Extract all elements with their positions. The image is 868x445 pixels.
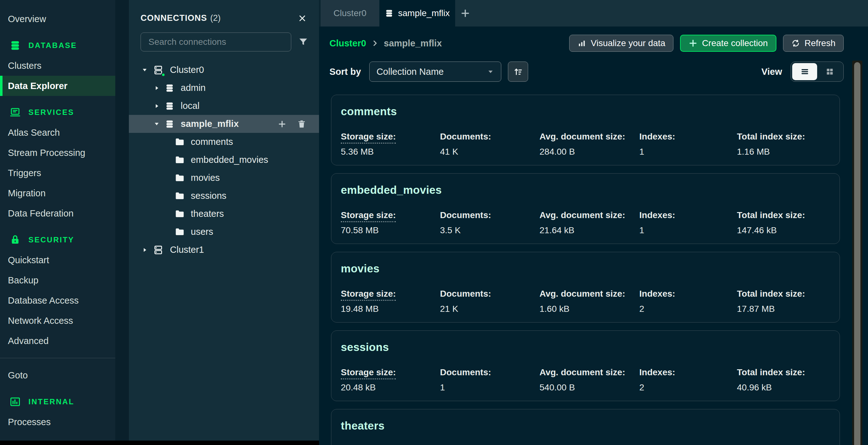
sidebar-item-label: Atlas Search <box>8 128 60 138</box>
header-buttons: Visualize your data Create collection Re… <box>569 35 844 52</box>
sidebar-item-stream-processing[interactable]: Stream Processing <box>0 143 115 163</box>
connections-count: (2) <box>210 13 221 23</box>
collection-card-embedded-movies[interactable]: embedded_movies Storage size: 70.58 MB D… <box>331 173 840 244</box>
filter-icon[interactable] <box>298 37 308 47</box>
tree-item-label: movies <box>191 173 220 183</box>
list-view-button[interactable] <box>792 63 817 80</box>
database-icon <box>165 101 174 111</box>
stat-label: Total index size: <box>737 210 830 220</box>
bar-chart-icon <box>578 39 586 48</box>
tab-sample-mflix[interactable]: sample_mflix <box>379 0 455 27</box>
stat-value: 19.48 MB <box>341 304 440 314</box>
sidebar-panel-gap <box>115 0 129 441</box>
stat-label: Indexes: <box>639 132 737 142</box>
sidebar-item-network-access[interactable]: Network Access <box>0 311 115 331</box>
tree-item-users[interactable]: users <box>129 223 319 241</box>
sidebar-item-migration[interactable]: Migration <box>0 183 115 203</box>
stat-label: Total index size: <box>737 289 830 299</box>
window-bottom-strip <box>0 441 319 445</box>
workspace-tabbar: Cluster0 sample_mflix <box>319 0 868 27</box>
stat-avg-doc-size: Avg. document size: 21.64 kB <box>539 210 639 235</box>
tree-item-cluster1[interactable]: Cluster1 <box>129 241 319 259</box>
stat-documents: Documents: 3.5 K <box>440 210 539 235</box>
tree-item-theaters[interactable]: theaters <box>129 205 319 223</box>
button-label: Create collection <box>702 38 768 48</box>
sidebar-item-backup[interactable]: Backup <box>0 270 115 290</box>
stat-label: Storage size: <box>341 367 396 379</box>
collection-card-movies[interactable]: movies Storage size: 19.48 MB Documents:… <box>331 252 840 322</box>
sidebar-item-label: Goto <box>8 370 28 381</box>
create-collection-icon[interactable] <box>277 119 287 129</box>
stat-value: 284.00 B <box>539 147 639 157</box>
sidebar-item-label: Backup <box>8 275 38 286</box>
refresh-button[interactable]: Refresh <box>783 35 844 52</box>
sidebar-item-goto[interactable]: Goto <box>0 365 115 385</box>
stat-storage: Storage size: 20.48 kB <box>341 367 440 392</box>
sidebar-item-label: Overview <box>8 14 46 24</box>
stat-value: 1.60 kB <box>539 304 639 314</box>
scrollbar-thumb[interactable] <box>854 62 861 445</box>
cluster-icon <box>153 65 164 75</box>
sidebar-item-label: Stream Processing <box>8 148 85 158</box>
trash-icon[interactable] <box>297 119 306 129</box>
stat-value: 2 <box>639 382 737 392</box>
caret-down-icon[interactable] <box>154 121 160 127</box>
database-icon <box>385 9 394 18</box>
caret-right-icon[interactable] <box>154 103 160 109</box>
folder-icon <box>175 192 184 200</box>
tree-item-sessions[interactable]: sessions <box>129 187 319 205</box>
stat-label: Avg. document size: <box>539 210 639 220</box>
close-icon[interactable] <box>298 13 307 23</box>
search-connections-input[interactable] <box>141 33 291 52</box>
tree-item-comments[interactable]: comments <box>129 133 319 151</box>
sidebar-item-overview[interactable]: Overview <box>0 9 115 29</box>
sidebar-item-processes[interactable]: Processes <box>0 412 115 432</box>
services-icon <box>9 107 21 118</box>
sidebar-divider <box>0 358 115 358</box>
sidebar-item-data-explorer[interactable]: Data Explorer <box>0 76 115 96</box>
collection-card-comments[interactable]: comments Storage size: 5.36 MB Documents… <box>331 95 840 165</box>
collections-toolbar: Sort by Collection Name View <box>330 62 844 82</box>
sort-direction-button[interactable] <box>508 62 528 82</box>
view-segmented-control <box>790 62 844 82</box>
tree-item-movies[interactable]: movies <box>129 169 319 187</box>
sidebar-item-data-federation[interactable]: Data Federation <box>0 203 115 224</box>
tree-item-label: admin <box>181 83 206 93</box>
stat-value: 40.96 kB <box>737 382 830 392</box>
breadcrumb-database: sample_mflix <box>384 38 442 48</box>
visualize-data-button[interactable]: Visualize your data <box>569 35 674 52</box>
caret-right-icon[interactable] <box>142 247 148 253</box>
sidebar-item-advanced[interactable]: Advanced <box>0 331 115 351</box>
tree-item-local[interactable]: local <box>129 97 319 115</box>
sidebar-item-database-access[interactable]: Database Access <box>0 290 115 311</box>
tab-cluster0[interactable]: Cluster0 <box>320 0 379 27</box>
sidebar-item-label: Advanced <box>8 336 49 346</box>
tree-item-label: users <box>191 227 213 237</box>
sidebar-item-clusters[interactable]: Clusters <box>0 56 115 76</box>
stat-label: Total index size: <box>737 132 830 142</box>
caret-down-icon[interactable] <box>142 67 148 73</box>
sidebar-item-atlas-search[interactable]: Atlas Search <box>0 123 115 143</box>
sort-field-dropdown[interactable]: Collection Name <box>369 62 501 82</box>
scrollbar-track <box>852 61 862 445</box>
connections-title: CONNECTIONS <box>141 13 207 23</box>
sidebar-item-triggers[interactable]: Triggers <box>0 163 115 183</box>
tree-item-sample-mflix[interactable]: sample_mflix <box>129 115 319 133</box>
grid-view-button[interactable] <box>817 63 842 80</box>
collection-card-theaters[interactable]: theaters <box>331 409 840 445</box>
collection-card-sessions[interactable]: sessions Storage size: 20.48 kB Document… <box>331 331 840 401</box>
tree-item-embedded-movies[interactable]: embedded_movies <box>129 151 319 169</box>
tree-item-admin[interactable]: admin <box>129 79 319 97</box>
create-collection-button[interactable]: Create collection <box>680 35 776 52</box>
sidebar-item-label: Processes <box>8 417 51 427</box>
stat-label: Avg. document size: <box>539 289 639 299</box>
sidebar-item-label: Migration <box>8 188 45 199</box>
caret-right-icon[interactable] <box>154 85 160 91</box>
sidebar-item-quickstart[interactable]: Quickstart <box>0 250 115 270</box>
breadcrumb-cluster[interactable]: Cluster0 <box>330 38 366 48</box>
stat-value: 21.64 kB <box>539 225 639 235</box>
lock-icon <box>9 234 21 245</box>
tree-item-cluster0[interactable]: Cluster0 <box>129 61 319 79</box>
breadcrumb: Cluster0 sample_mflix <box>330 38 442 48</box>
new-tab-button[interactable] <box>455 0 475 27</box>
